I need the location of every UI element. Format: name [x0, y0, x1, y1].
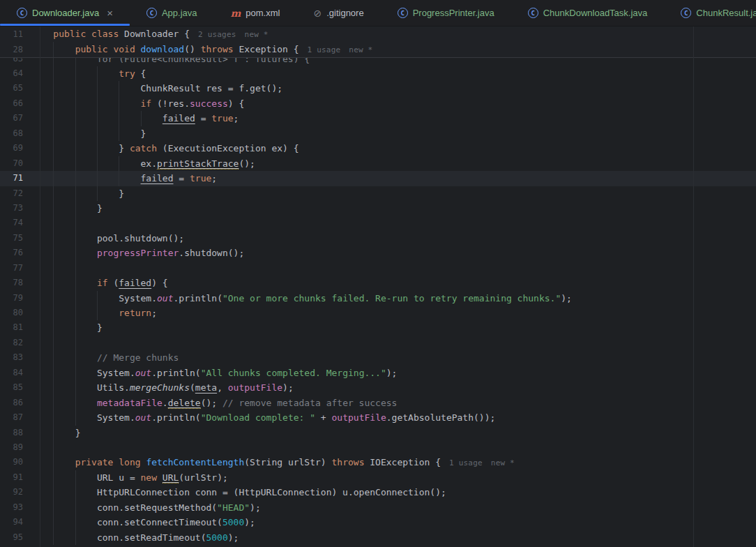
- code-text: System.out.println("One or more chunks f…: [31, 291, 756, 306]
- line-number[interactable]: 75: [0, 231, 31, 246]
- code-line[interactable]: 86 metadataFile.delete(); // remove meta…: [0, 396, 756, 410]
- indent-guide: [53, 42, 54, 57]
- line-number[interactable]: 77: [0, 261, 31, 276]
- line-number[interactable]: 11: [0, 27, 31, 42]
- code-line[interactable]: 80 return;: [0, 306, 756, 320]
- code-line[interactable]: 87 System.out.println("Download complete…: [0, 410, 756, 425]
- indent-guide: [97, 111, 98, 126]
- code-line[interactable]: 76 progressPrinter.shutdown();: [0, 246, 756, 260]
- code-line[interactable]: 95 conn.setReadTimeout(5000);: [0, 530, 756, 545]
- code-line[interactable]: 78 if (failed) {: [0, 276, 756, 290]
- line-number[interactable]: 64: [0, 66, 31, 81]
- line-number[interactable]: 80: [0, 306, 31, 320]
- line-number[interactable]: 79: [0, 291, 31, 306]
- tab-chunkdownloadtask-java[interactable]: CChunkDownloadTask.java: [511, 0, 665, 26]
- line-number[interactable]: 28: [0, 42, 31, 57]
- code-line[interactable]: 72 }: [0, 186, 756, 201]
- code-line[interactable]: 85 Utils.mergeChunks(meta, outputFile);: [0, 380, 756, 395]
- indent-guide: [97, 186, 98, 201]
- indent-guide: [53, 276, 54, 290]
- indent-guide: [53, 306, 54, 320]
- code-line[interactable]: 84 System.out.println("All chunks comple…: [0, 366, 756, 380]
- code-text: [31, 336, 756, 350]
- code-line[interactable]: 92 HttpURLConnection conn = (HttpURLConn…: [0, 485, 756, 500]
- code-line[interactable]: 63 for (Future<ChunkResult> f : futures)…: [0, 58, 756, 66]
- code-line[interactable]: 64 try {: [0, 66, 756, 81]
- line-number[interactable]: 76: [0, 246, 31, 260]
- line-number[interactable]: 91: [0, 470, 31, 485]
- tab-app-java[interactable]: CApp.java: [130, 0, 214, 26]
- tab-gitignore[interactable]: ⊘.gitignore: [296, 0, 380, 26]
- code-line[interactable]: 75 pool.shutdown();: [0, 231, 756, 246]
- line-number[interactable]: 63: [0, 58, 31, 66]
- line-number[interactable]: 87: [0, 410, 31, 425]
- line-number[interactable]: 73: [0, 201, 31, 216]
- code-line[interactable]: 65 ChunkResult res = f.get();: [0, 81, 756, 96]
- line-number[interactable]: 69: [0, 141, 31, 156]
- code-line[interactable]: 89: [0, 440, 756, 455]
- close-icon[interactable]: ×: [107, 8, 113, 18]
- line-number[interactable]: 70: [0, 156, 31, 171]
- code-line[interactable]: 69 } catch (ExecutionException ex) {: [0, 141, 756, 156]
- indent-guide: [75, 366, 76, 380]
- line-number[interactable]: 82: [0, 336, 31, 350]
- indent-guide: [53, 141, 54, 156]
- code-text: if (failed) {: [31, 276, 756, 290]
- code-text: conn.setRequestMethod("HEAD");: [31, 500, 756, 515]
- code-line[interactable]: 68 }: [0, 126, 756, 141]
- code-line[interactable]: 94 conn.setConnectTimeout(5000);: [0, 515, 756, 530]
- line-number[interactable]: 83: [0, 350, 31, 365]
- indent-guide: [97, 156, 98, 171]
- line-number[interactable]: 74: [0, 216, 31, 230]
- code-line[interactable]: 90 private long fetchContentLength(Strin…: [0, 455, 756, 470]
- line-number[interactable]: 94: [0, 515, 31, 530]
- line-number[interactable]: 68: [0, 126, 31, 141]
- code-line[interactable]: 71 failed = true;: [0, 171, 756, 186]
- code-line[interactable]: 66 if (!res.success) {: [0, 96, 756, 111]
- sticky-line[interactable]: 11 public class Downloader {2 usagesnew …: [0, 27, 756, 42]
- indent-guide: [53, 216, 54, 230]
- line-number[interactable]: 66: [0, 96, 31, 111]
- code-line[interactable]: 91 URL u = new URL(urlStr);: [0, 470, 756, 485]
- code-line[interactable]: 93 conn.setRequestMethod("HEAD");: [0, 500, 756, 515]
- tab-progressprinter-java[interactable]: CProgressPrinter.java: [381, 0, 511, 26]
- tab-downloader-java[interactable]: CDownloader.java×: [0, 0, 130, 26]
- line-number[interactable]: 90: [0, 455, 31, 470]
- code-line[interactable]: 79 System.out.println("One or more chunk…: [0, 291, 756, 306]
- code-line[interactable]: 83 // Merge chunks: [0, 350, 756, 365]
- tab-pom-xml[interactable]: mpom.xml: [213, 0, 296, 26]
- code-line[interactable]: 81 }: [0, 320, 756, 335]
- class-icon: C: [146, 8, 157, 18]
- code-line[interactable]: 73 }: [0, 201, 756, 216]
- code-text: }: [31, 186, 756, 201]
- indent-guide: [119, 156, 119, 171]
- code-line[interactable]: 74: [0, 216, 756, 230]
- line-number[interactable]: 71: [0, 171, 31, 186]
- sticky-line[interactable]: 28 public void download() throws Excepti…: [0, 42, 756, 57]
- line-number[interactable]: 67: [0, 111, 31, 126]
- code-line[interactable]: 77: [0, 261, 756, 276]
- line-number[interactable]: 95: [0, 530, 31, 545]
- line-number[interactable]: 65: [0, 81, 31, 96]
- line-number[interactable]: 92: [0, 485, 31, 500]
- line-number[interactable]: 85: [0, 380, 31, 395]
- code-text: progressPrinter.shutdown();: [31, 246, 756, 260]
- tab-label: pom.xml: [245, 8, 280, 18]
- indent-guide: [97, 81, 98, 96]
- code-line[interactable]: 82: [0, 336, 756, 350]
- tab-chunkresult-java[interactable]: CChunkResult.java: [664, 0, 756, 26]
- line-number[interactable]: 86: [0, 396, 31, 410]
- code-line[interactable]: 70 ex.printStackTrace();: [0, 156, 756, 171]
- code-line[interactable]: 67 failed = true;: [0, 111, 756, 126]
- line-number[interactable]: 84: [0, 366, 31, 380]
- line-number[interactable]: 89: [0, 440, 31, 455]
- indent-guide: [119, 171, 119, 186]
- line-number[interactable]: 72: [0, 186, 31, 201]
- line-number[interactable]: 78: [0, 276, 31, 290]
- line-number[interactable]: 93: [0, 500, 31, 515]
- code-line[interactable]: 88 }: [0, 426, 756, 440]
- sticky-lines: 11 public class Downloader {2 usagesnew …: [0, 27, 756, 58]
- code-text: [31, 216, 756, 230]
- line-number[interactable]: 81: [0, 320, 31, 335]
- line-number[interactable]: 88: [0, 426, 31, 440]
